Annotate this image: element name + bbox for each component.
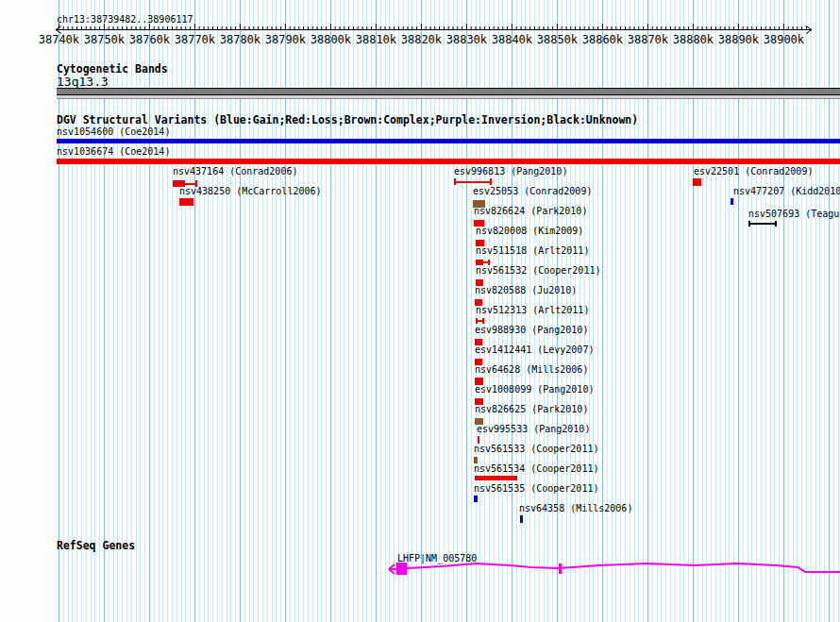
variant-label[interactable]: nsv511518 (Arlt2011) <box>476 246 589 256</box>
ruler-tick-label: 38900k <box>764 33 805 46</box>
cytoband-bar-sub <box>57 95 840 99</box>
variant-label[interactable]: esv25053 (Conrad2009) <box>473 187 592 196</box>
genome-browser-view: chr13:38739482..38906117 38740k38750k387… <box>0 0 840 622</box>
variant-label[interactable]: nsv507693 (Teague2010) <box>748 210 840 219</box>
ruler-tick-label: 38770k <box>175 33 216 46</box>
ruler-tick-label: 38850k <box>537 33 579 46</box>
variant-label[interactable]: nsv512313 (Arlt2011) <box>476 306 589 315</box>
variant-glyph-box[interactable] <box>57 159 840 164</box>
variant-label[interactable]: nsv561532 (Cooper2011) <box>476 266 600 276</box>
variant-glyph-box[interactable] <box>179 198 193 206</box>
ruler-tick-label: 38820k <box>401 33 443 46</box>
ruler-tick-label: 38760k <box>129 33 171 46</box>
variant-label[interactable]: esv1008099 (Pang2010) <box>475 385 594 395</box>
gene-model[interactable] <box>0 549 840 581</box>
variant-glyph-box[interactable] <box>731 198 733 205</box>
ruler-tick-label: 38780k <box>220 33 261 46</box>
variant-label[interactable]: esv995533 (Pang2010) <box>477 425 590 434</box>
variant-label[interactable]: nsv820588 (Ju2010) <box>475 286 577 295</box>
variant-label[interactable]: nsv561535 (Cooper2011) <box>474 484 598 494</box>
variant-label[interactable]: nsv438250 (McCarroll2006) <box>179 187 322 196</box>
ruler-tick-label: 38750k <box>84 33 126 46</box>
variant-glyph-box[interactable] <box>478 436 479 444</box>
variant-glyph-box[interactable] <box>57 139 840 143</box>
range-right-cap <box>775 221 777 227</box>
variant-label[interactable]: nsv64358 (Mills2006) <box>519 504 632 513</box>
variant-label[interactable]: nsv64628 (Mills2006) <box>475 365 588 375</box>
variant-label[interactable]: nsv820008 (Kim2009) <box>476 227 583 236</box>
cytoband-bar-main <box>57 88 840 95</box>
ruler-tick-label: 38740k <box>39 33 80 46</box>
range-line <box>454 181 492 183</box>
variant-glyph-box[interactable] <box>693 178 701 186</box>
variant-label[interactable]: nsv826625 (Park2010) <box>475 405 588 414</box>
variant-label[interactable]: esv988930 (Pang2010) <box>475 326 588 335</box>
range-line <box>748 223 777 225</box>
variant-glyph-box[interactable] <box>474 496 478 502</box>
variant-label[interactable]: nsv477207 (Kidd2010) <box>733 187 840 196</box>
variant-label[interactable]: nsv826624 (Park2010) <box>474 207 587 216</box>
variant-label[interactable]: nsv1054600 (Coe2014) <box>57 127 170 137</box>
ruler-tick-label: 38860k <box>582 33 624 46</box>
ruler-tick-label: 38810k <box>356 33 397 46</box>
variant-label[interactable]: nsv1036674 (Coe2014) <box>57 147 170 157</box>
variant-label[interactable]: esv22501 (Conrad2009) <box>694 167 813 177</box>
section-title-dgv: DGV Structural Variants (Blue:Gain;Red:L… <box>57 115 638 126</box>
ruler-tick-label: 38880k <box>673 33 714 46</box>
cytoband-bar[interactable] <box>57 88 840 99</box>
ruler-tick-label: 38800k <box>311 33 352 46</box>
variant-glyph-range[interactable] <box>454 178 492 185</box>
ruler-tick-label: 38840k <box>492 33 533 46</box>
gene-exon-tick <box>559 563 562 574</box>
ruler-mark <box>806 30 812 34</box>
ruler-tick-label: 38870k <box>628 33 669 46</box>
variant-glyph-range[interactable] <box>748 221 777 227</box>
variant-label[interactable]: esv1412441 (Levy2007) <box>475 345 594 355</box>
variant-label[interactable]: nsv561533 (Cooper2011) <box>474 445 598 454</box>
variant-label[interactable]: nsv561534 (Cooper2011) <box>474 464 598 474</box>
ruler-tick-label: 38790k <box>265 33 307 46</box>
range-right-cap <box>490 178 492 185</box>
variant-label[interactable]: esv996813 (Pang2010) <box>454 167 567 177</box>
ruler-tick-label: 38890k <box>718 33 760 46</box>
coordinate-ruler[interactable]: 38740k38750k38760k38770k38780k38790k3880… <box>0 0 840 49</box>
range-right-cap <box>482 318 484 324</box>
section-title-cytobands: Cytogenetic Bands <box>57 64 168 76</box>
variant-glyph-range[interactable] <box>476 318 484 324</box>
variant-glyph-box[interactable] <box>475 476 517 480</box>
variant-glyph-box[interactable] <box>520 515 523 523</box>
gene-exon-box <box>396 563 407 575</box>
variant-glyph-box[interactable] <box>474 457 478 463</box>
variant-label[interactable]: nsv437164 (Conrad2006) <box>173 167 297 177</box>
gene-intron-line <box>407 563 840 572</box>
cytoband-label: 13q13.3 <box>57 76 109 88</box>
ruler-tick-label: 38830k <box>446 33 488 46</box>
